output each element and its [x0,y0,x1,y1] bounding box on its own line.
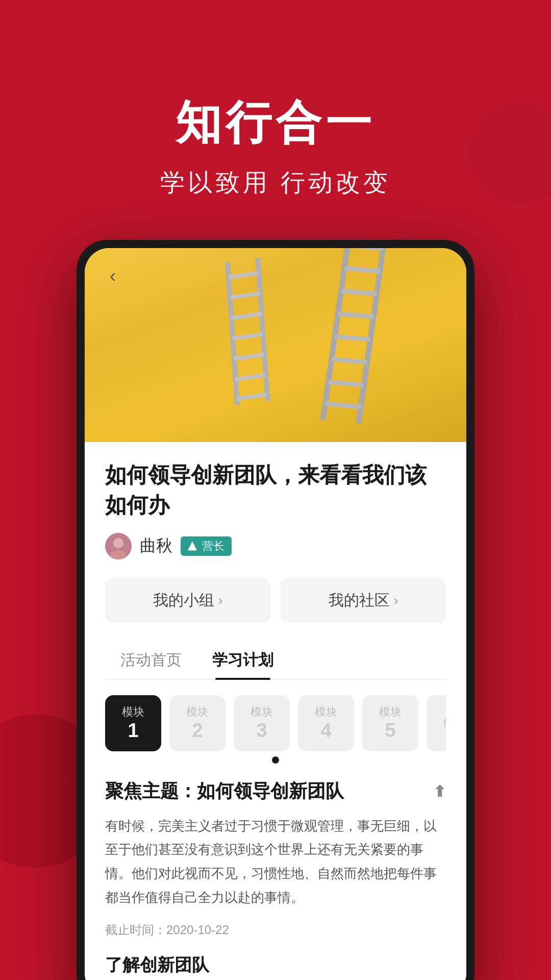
svg-line-17 [328,382,364,385]
sub-section-title: 了解创新团队 [105,953,446,977]
svg-line-6 [234,355,264,359]
share-icon[interactable]: ⬆ [433,782,446,800]
module-tab-2[interactable]: 模块 2 [169,695,226,751]
chevron-right-icon: › [218,593,223,608]
header-title: 知行合一 [20,92,531,154]
my-community-label: 我的社区 [329,590,390,611]
module-tab-end[interactable]: 结营 [427,695,446,751]
svg-line-15 [335,336,370,339]
module-tab-3[interactable]: 模块 3 [234,695,290,751]
svg-line-2 [229,273,259,277]
article-body: 有时候，完美主义者过于习惯于微观管理，事无巨细，以至于他们甚至没有意识到这个世界… [105,814,446,910]
hero-image: ‹ [85,248,466,442]
badge-label: 营长 [202,538,224,554]
content-section: 如何领导创新团队，来看看我们该如何办 曲秋 营长 [85,442,466,980]
back-button[interactable]: ‹ [100,263,126,289]
active-dot [272,756,279,764]
nav-buttons: 我的小组 › 我的社区 › [105,578,446,623]
phone-screen: ‹ [85,248,466,980]
dot-indicator [105,756,446,764]
module-tab-5[interactable]: 模块 5 [362,695,418,751]
svg-line-11 [348,248,384,249]
author-name: 曲秋 [140,535,172,557]
svg-line-13 [341,291,377,294]
section-title-text: 聚焦主题：如何领导创新团队 [105,779,344,804]
article-date: 截止时间：2020-10-22 [105,922,446,938]
author-row: 曲秋 营长 [105,533,446,559]
my-community-button[interactable]: 我的社区 › [281,578,446,623]
svg-line-3 [230,293,260,298]
article-section-title: 聚焦主题：如何领导创新团队 ⬆ [105,779,446,804]
module-tab-4[interactable]: 模块 4 [298,695,354,751]
my-group-button[interactable]: 我的小组 › [105,578,270,623]
svg-line-12 [345,268,381,271]
svg-line-0 [217,262,247,405]
svg-line-8 [236,395,266,399]
header-section: 知行合一 学以致用 行动改变 [0,0,551,240]
svg-line-7 [235,375,265,379]
author-badge: 营长 [181,536,232,556]
svg-line-5 [233,334,263,338]
chevron-right-icon: › [394,593,398,608]
article-title: 如何领导创新团队，来看看我们该如何办 [105,460,446,521]
avatar [105,533,132,559]
phone-mockup: ‹ [77,240,474,980]
badge-triangle-icon [188,542,197,551]
hero-svg [85,248,466,442]
header-subtitle: 学以致用 行动改变 [20,166,531,199]
svg-line-14 [338,314,374,317]
tabs-row: 活动首页 学习计划 [105,642,446,680]
svg-line-1 [247,258,278,401]
svg-line-18 [325,404,361,407]
svg-line-10 [359,248,386,424]
module-tab-1[interactable]: 模块 1 [105,695,161,751]
svg-line-4 [231,314,261,318]
tab-study-plan[interactable]: 学习计划 [197,642,289,679]
my-group-label: 我的小组 [153,590,214,611]
svg-line-16 [332,359,367,362]
tab-activity-home[interactable]: 活动首页 [105,642,197,679]
svg-point-20 [113,538,123,548]
module-tabs: 模块 1 模块 2 模块 3 模块 4 模块 5 [105,695,446,751]
